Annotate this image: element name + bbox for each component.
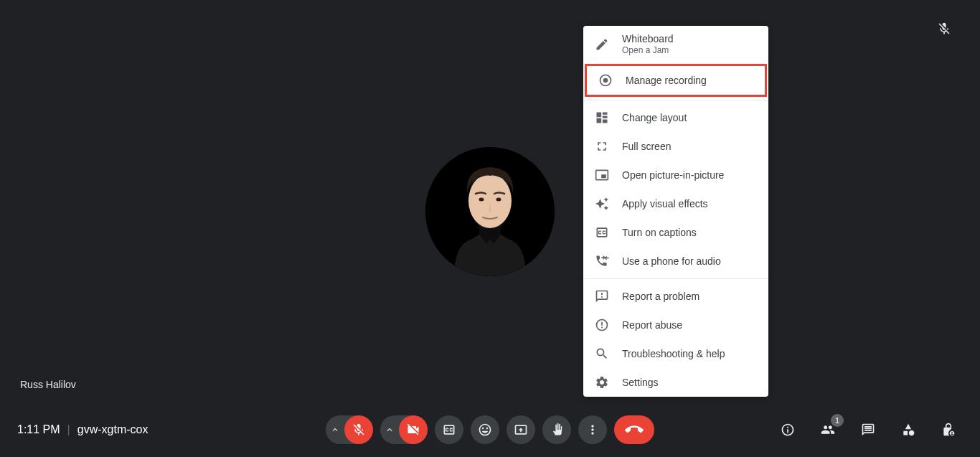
menu-item-visual-effects[interactable]: Apply visual effects bbox=[583, 189, 768, 218]
mic-options-button[interactable] bbox=[326, 415, 344, 444]
menu-item-layout[interactable]: Change layout bbox=[583, 103, 768, 132]
hand-icon bbox=[550, 423, 564, 437]
gear-icon bbox=[595, 375, 609, 390]
divider: | bbox=[67, 423, 70, 436]
layout-icon bbox=[595, 110, 609, 125]
feedback-icon bbox=[595, 289, 609, 303]
shapes-icon bbox=[901, 423, 915, 437]
svg-point-3 bbox=[479, 198, 484, 202]
mic-control-group bbox=[326, 415, 373, 444]
menu-label: Change layout bbox=[622, 112, 687, 123]
menu-item-captions[interactable]: Turn on captions bbox=[583, 218, 768, 247]
more-options-button[interactable] bbox=[578, 415, 607, 444]
chevron-up-icon bbox=[330, 425, 340, 435]
fullscreen-icon bbox=[595, 139, 609, 154]
menu-item-phone-audio[interactable]: Use a phone for audio bbox=[583, 247, 768, 275]
menu-item-troubleshooting[interactable]: Troubleshooting & help bbox=[583, 339, 768, 368]
menu-label: Manage recording bbox=[626, 75, 707, 86]
participant-name-label: Russ Halilov bbox=[20, 379, 76, 390]
participant-avatar bbox=[425, 147, 555, 276]
cc-icon bbox=[442, 423, 456, 437]
mic-muted-icon bbox=[937, 22, 951, 36]
record-icon bbox=[598, 73, 613, 88]
call-end-icon bbox=[625, 420, 644, 439]
phone-icon bbox=[595, 254, 609, 268]
captions-icon bbox=[595, 225, 609, 240]
camera-toggle-button[interactable] bbox=[399, 415, 428, 444]
mic-off-icon bbox=[352, 423, 366, 437]
report-abuse-icon bbox=[595, 318, 609, 332]
camera-control-group bbox=[380, 415, 428, 444]
menu-label: Troubleshooting & help bbox=[622, 348, 725, 359]
chat-button[interactable] bbox=[854, 415, 882, 444]
present-button[interactable] bbox=[507, 415, 535, 444]
chevron-up-icon bbox=[385, 425, 395, 435]
participant-muted-indicator bbox=[937, 22, 951, 39]
menu-label: Settings bbox=[622, 377, 659, 388]
menu-item-recording[interactable]: Manage recording bbox=[585, 64, 767, 97]
sparkle-icon bbox=[595, 197, 609, 211]
people-button[interactable]: 1 bbox=[814, 415, 842, 444]
menu-sublabel: Open a Jam bbox=[622, 45, 674, 55]
svg-point-2 bbox=[468, 174, 512, 228]
end-call-button[interactable] bbox=[614, 415, 654, 444]
menu-label: Turn on captions bbox=[622, 227, 697, 238]
pip-icon bbox=[595, 168, 609, 182]
present-screen-icon bbox=[514, 423, 528, 437]
participant-count-badge: 1 bbox=[831, 414, 844, 427]
clock-time: 1:11 PM bbox=[17, 423, 60, 436]
menu-label: Use a phone for audio bbox=[622, 255, 721, 267]
chat-icon bbox=[861, 423, 875, 437]
menu-label: Open picture-in-picture bbox=[622, 169, 724, 181]
raise-hand-button[interactable] bbox=[542, 415, 571, 444]
menu-label: Apply visual effects bbox=[622, 198, 708, 209]
more-vert-icon bbox=[585, 423, 600, 437]
menu-item-whiteboard[interactable]: Whiteboard Open a Jam bbox=[583, 26, 768, 62]
call-controls bbox=[326, 415, 654, 444]
meeting-details-button[interactable] bbox=[773, 415, 802, 444]
help-search-icon bbox=[595, 347, 609, 361]
info-icon bbox=[781, 423, 795, 437]
more-options-menu: Whiteboard Open a Jam Manage recording C… bbox=[583, 26, 768, 397]
activities-button[interactable] bbox=[894, 415, 923, 444]
menu-item-fullscreen[interactable]: Full screen bbox=[583, 132, 768, 161]
bottom-bar: 1:11 PM | gvw-xgtm-cox bbox=[0, 402, 980, 457]
host-controls-button[interactable] bbox=[934, 415, 963, 444]
emoji-icon bbox=[478, 423, 492, 437]
meeting-info-left: 1:11 PM | gvw-xgtm-cox bbox=[17, 423, 148, 436]
menu-label: Report a problem bbox=[622, 291, 699, 302]
menu-label: Full screen bbox=[622, 141, 671, 152]
menu-item-report-abuse[interactable]: Report abuse bbox=[583, 311, 768, 339]
side-panel-controls: 1 bbox=[773, 415, 963, 444]
avatar-image bbox=[425, 147, 555, 276]
menu-item-pip[interactable]: Open picture-in-picture bbox=[583, 161, 768, 189]
menu-divider bbox=[583, 278, 768, 279]
menu-label: Report abuse bbox=[622, 319, 682, 331]
meeting-code: gvw-xgtm-cox bbox=[77, 423, 149, 436]
menu-item-settings[interactable]: Settings bbox=[583, 368, 768, 397]
reactions-button[interactable] bbox=[471, 415, 499, 444]
svg-point-6 bbox=[603, 78, 608, 83]
menu-item-report-problem[interactable]: Report a problem bbox=[583, 282, 768, 311]
pencil-icon bbox=[595, 37, 609, 52]
menu-divider bbox=[583, 100, 768, 100]
captions-button[interactable] bbox=[435, 415, 463, 444]
camera-off-icon bbox=[406, 423, 420, 437]
menu-label: Whiteboard bbox=[622, 33, 674, 44]
lock-person-icon bbox=[941, 423, 956, 437]
svg-point-4 bbox=[496, 198, 501, 202]
camera-options-button[interactable] bbox=[380, 415, 399, 444]
mic-toggle-button[interactable] bbox=[344, 415, 373, 444]
